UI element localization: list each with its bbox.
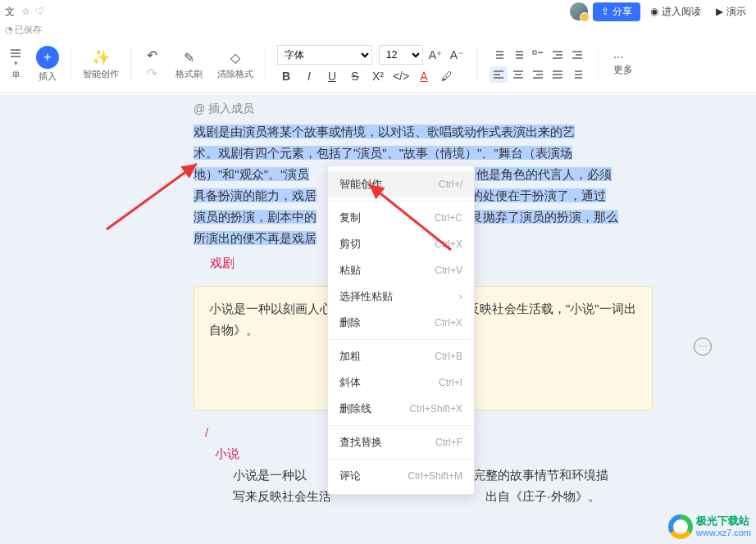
- ordered-list-button[interactable]: [490, 47, 508, 63]
- saved-label: 已保存: [15, 24, 42, 36]
- selected-text: 戏剧是由演员将某个故事或情境，以对话、歌唱或动作式表演出来的艺: [194, 125, 575, 138]
- menu-label: 粘贴: [339, 263, 361, 278]
- menu-bold[interactable]: 加粗 Ctrl+B: [328, 343, 474, 369]
- body-text: 出自《庄子·外物》。: [485, 489, 599, 503]
- annotation-arrow-left: [107, 156, 213, 233]
- paragraph-group: [483, 36, 593, 93]
- clear-format-label: 清除格式: [217, 68, 253, 80]
- indent-increase-button[interactable]: [568, 47, 586, 63]
- svg-rect-9: [533, 51, 536, 54]
- selected-text: 艮抛弃了演员的扮演，那么: [471, 210, 618, 224]
- highlight-button[interactable]: 🖊: [438, 68, 456, 84]
- format-painter-group[interactable]: ✎ 格式刷: [169, 36, 209, 93]
- read-mode-button[interactable]: ◉ 进入阅读: [645, 2, 706, 21]
- menu-delete[interactable]: 删除 Ctrl+X: [328, 310, 474, 336]
- divider: [130, 48, 131, 82]
- increase-font-icon[interactable]: A⁺: [426, 47, 444, 63]
- menu-shortcut: Ctrl+B: [435, 351, 462, 362]
- menu-separator: [328, 459, 474, 460]
- share-button[interactable]: ⇪ 分享: [593, 2, 640, 21]
- play-icon: ▶: [716, 6, 723, 17]
- font-group: 字体 12 A⁺ A⁻ B I U S X² </> A 🖊: [271, 36, 472, 93]
- menu-italic[interactable]: 斜体 Ctrl+I: [328, 369, 474, 396]
- menu-label: 加粗: [339, 349, 361, 364]
- align-center-button[interactable]: [509, 66, 527, 83]
- undo-redo-group: ↶ ↷: [136, 36, 167, 93]
- font-size-select[interactable]: 12: [379, 45, 423, 65]
- align-left-button[interactable]: [490, 66, 508, 83]
- menu-label: 删除: [339, 315, 361, 330]
- format-painter-label: 格式刷: [175, 68, 203, 80]
- divider: [598, 48, 599, 82]
- chevron-right-icon: ›: [459, 291, 462, 302]
- body-text: 小说是一种以: [233, 468, 307, 482]
- watermark-name: 极光下载站: [696, 515, 751, 527]
- toolbar: ▾ 单 + 插入 ✨ 智能创作 ↶ ↷ ✎ 格式刷 ◇ 清除格式 字体 12: [0, 36, 756, 93]
- font-family-select[interactable]: 字体: [277, 45, 372, 65]
- insert-group[interactable]: + 插入: [30, 36, 66, 93]
- ai-label: 智能创作: [83, 68, 119, 80]
- menu-shortcut: Ctrl+I: [439, 377, 462, 388]
- menu-label: 选择性粘贴: [339, 289, 393, 304]
- menu-find[interactable]: 查找替换 Ctrl+F: [328, 429, 474, 456]
- window-titlebar: 文 ☆ ♡ ⇪ 分享 ◉ 进入阅读 ▶ 演示: [0, 0, 756, 23]
- share-icon: ⇪: [601, 6, 609, 17]
- eraser-icon: ◇: [226, 48, 244, 66]
- present-label: 演示: [726, 5, 746, 19]
- menu-shortcut: Ctrl+F: [435, 437, 462, 448]
- format-painter-icon: ✎: [180, 48, 198, 66]
- italic-button[interactable]: I: [300, 68, 318, 84]
- selected-text: 的处便在于扮演了，通过: [471, 188, 606, 202]
- align-right-button[interactable]: [529, 66, 547, 83]
- comment-icon[interactable]: ⋯: [694, 338, 712, 356]
- svg-line-33: [369, 184, 451, 250]
- avatar[interactable]: [570, 2, 588, 20]
- superscript-button[interactable]: X²: [369, 68, 387, 84]
- indent-decrease-button[interactable]: [549, 47, 567, 63]
- menu-label: 评论: [339, 469, 361, 483]
- font-color-button[interactable]: A: [415, 68, 433, 84]
- menu-shortcut: Ctrl+X: [435, 317, 462, 329]
- watermark-url: www.xz7.com: [696, 527, 751, 538]
- unordered-list-button[interactable]: [509, 47, 527, 63]
- menu-shortcut: Ctrl+V: [435, 265, 462, 276]
- present-button[interactable]: ▶ 演示: [711, 2, 751, 21]
- clear-format-group[interactable]: ◇ 清除格式: [211, 36, 260, 93]
- insert-member-hint[interactable]: @ 插入成员: [194, 102, 254, 116]
- undo-icon[interactable]: ↶: [143, 47, 161, 65]
- menu-paste-special[interactable]: 选择性粘贴 ›: [328, 283, 474, 310]
- redo-icon[interactable]: ↷: [143, 65, 161, 83]
- menu-label: 斜体: [339, 375, 361, 390]
- annotation-arrow-right: [361, 180, 459, 257]
- bell-icon[interactable]: ♡: [35, 6, 44, 17]
- task-list-button[interactable]: [529, 47, 547, 63]
- menu-separator: [328, 425, 474, 426]
- underline-button[interactable]: U: [323, 68, 341, 84]
- body-text: 写来反映社会生活: [233, 489, 331, 503]
- decrease-font-icon[interactable]: A⁻: [448, 47, 466, 63]
- eye-icon: ◉: [650, 6, 658, 17]
- align-justify-button[interactable]: [549, 66, 567, 83]
- insert-label: 插入: [39, 70, 57, 83]
- insert-member-label: 插入成员: [208, 102, 254, 116]
- menu-strike[interactable]: 删除线 Ctrl+Shift+X: [328, 396, 474, 422]
- clock-icon: ◔: [5, 25, 13, 35]
- selected-text: 术。戏剧有四个元素，包括了"演员"、"故事（情境）"、"舞台（表演场: [194, 146, 572, 160]
- menu-group[interactable]: ▾ 单: [3, 36, 28, 93]
- line-spacing-button[interactable]: [568, 66, 586, 83]
- read-mode-label: 进入阅读: [662, 5, 701, 19]
- watermark-logo-icon: [668, 515, 693, 539]
- code-button[interactable]: </>: [392, 68, 410, 84]
- ai-group[interactable]: ✨ 智能创作: [76, 36, 125, 93]
- menu-comment[interactable]: 评论 Ctrl+Shift+M: [328, 463, 474, 489]
- menu-paste[interactable]: 粘贴 Ctrl+V: [328, 257, 474, 283]
- strike-button[interactable]: S: [346, 68, 364, 84]
- bold-button[interactable]: B: [277, 68, 295, 84]
- star-icon[interactable]: ☆: [21, 6, 30, 17]
- divider: [71, 48, 71, 82]
- more-button[interactable]: ⋯ 更多: [603, 52, 643, 77]
- menu-icon: [10, 48, 21, 59]
- selected-text: 所演出的便不再是戏居: [194, 231, 317, 245]
- divider: [477, 48, 478, 82]
- saved-status: ◔ 已保存: [0, 23, 756, 36]
